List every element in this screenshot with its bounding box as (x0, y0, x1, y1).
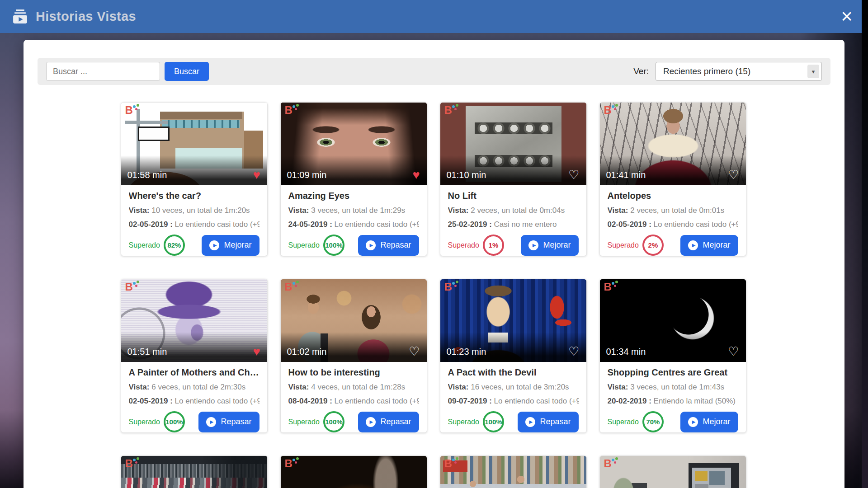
views-label: Vista: (129, 383, 150, 391)
score-label: Superado (448, 418, 479, 426)
story-thumbnail[interactable]: B (121, 456, 267, 488)
story-card[interactable]: B 01:23 min ♡ A Pact with the Devil Vist… (440, 279, 587, 433)
views-line: Vista: 6 veces, un total de 2m:30s (129, 383, 259, 392)
brand-watermark: B (604, 458, 612, 469)
story-thumbnail[interactable]: B (600, 456, 746, 488)
views-label: Vista: (288, 383, 309, 391)
action-button[interactable]: ▶ Mejorar (680, 235, 738, 256)
action-button[interactable]: ▶ Mejorar (521, 235, 578, 256)
header: Historias Vistas × (0, 0, 868, 33)
brand-watermark: B (285, 282, 292, 292)
view-select-value: Recientes primero (15) (663, 66, 750, 76)
date-line: 02-05-2019 : Lo entiendo casi todo (+90%… (129, 397, 259, 406)
close-button[interactable]: × (841, 6, 853, 26)
play-icon: ▶ (366, 240, 376, 250)
views-line: Vista: 3 veces, un total de 1m:29s (288, 206, 419, 215)
views-label: Vista: (608, 383, 628, 391)
story-thumbnail[interactable]: B (281, 456, 427, 488)
views-label: Vista: (448, 206, 469, 215)
story-card[interactable]: B 01:41 min ♡ Antelopes Vista: 2 veces, … (599, 102, 746, 256)
story-card[interactable]: B 01:58 min ♥ Where's the car? Vista: 10… (121, 102, 268, 256)
story-card[interactable]: B (440, 455, 587, 488)
action-button[interactable]: ▶ Mejorar (680, 412, 738, 432)
favorite-heart-icon[interactable]: ♥ (253, 169, 260, 180)
action-button-label: Repasar (380, 240, 411, 250)
thumbnail-overlay: 01:02 min ♡ (281, 332, 427, 362)
brand-watermark: B (444, 458, 452, 469)
card-footer: Superado 100% ▶ Repasar (288, 411, 419, 432)
story-thumbnail[interactable]: B 01:51 min ♥ (121, 279, 267, 362)
thumbnail-overlay: 01:58 min ♥ (121, 155, 267, 185)
favorite-heart-icon[interactable]: ♥ (253, 346, 260, 357)
date-label: 09-07-2019 : (448, 397, 492, 405)
view-label: Ver: (633, 66, 649, 76)
duration-label: 01:09 min (287, 170, 327, 180)
play-icon: ▶ (206, 417, 216, 427)
date-line: 02-05-2019 : Lo entiendo casi todo (+90%… (608, 220, 738, 229)
action-button-label: Repasar (540, 417, 571, 427)
action-button[interactable]: ▶ Repasar (358, 235, 419, 256)
play-icon: ▶ (366, 417, 376, 427)
story-card[interactable]: B 01:51 min ♥ A Painter of Mothers and C… (121, 279, 268, 433)
action-button[interactable]: ▶ Repasar (358, 412, 419, 432)
action-button[interactable]: ▶ Repasar (518, 412, 578, 432)
story-card[interactable]: B (121, 455, 268, 488)
stories-panel: Buscar Ver: Recientes primero (15) ▾ B 0… (24, 40, 844, 488)
story-thumbnail[interactable]: B 01:41 min ♡ (600, 103, 746, 185)
brand-watermark: B (125, 282, 133, 292)
story-thumbnail[interactable]: B (440, 456, 586, 488)
views-line: Vista: 3 veces, un total de 1m:43s (608, 383, 738, 392)
background-edge (862, 0, 868, 488)
views-line: Vista: 2 veces, un total de 0m:01s (608, 206, 738, 215)
score-circle: 70% (642, 411, 664, 432)
views-value: 3 veces, un total de 1m:29s (311, 206, 405, 215)
score-label: Superado (288, 241, 320, 249)
score-label: Superado (129, 418, 160, 426)
comprehension-note: Entiendo la mitad (50%) aprox (654, 397, 738, 405)
story-card-body: A Painter of Mothers and Children Vista:… (121, 362, 267, 432)
story-card[interactable]: B 01:34 min ♡ Shopping Centres are Great… (599, 279, 746, 433)
views-value: 10 veces, un total de 1m:20s (151, 206, 250, 215)
action-button[interactable]: ▶ Repasar (198, 412, 259, 432)
date-label: 25-02-2019 : (448, 220, 492, 229)
story-card[interactable]: B 01:09 min ♥ Amazing Eyes Vista: 3 vece… (280, 102, 427, 256)
score-group: Superado 2% (608, 235, 664, 256)
play-icon: ▶ (688, 240, 698, 250)
duration-label: 01:02 min (287, 347, 327, 357)
date-line: 20-02-2019 : Entiendo la mitad (50%) apr… (608, 397, 738, 406)
story-card[interactable]: B 01:10 min ♡ No Lift Vista: 2 veces, un… (440, 102, 587, 256)
story-card[interactable]: B (280, 455, 427, 488)
search-button[interactable]: Buscar (165, 62, 209, 81)
date-label: 08-04-2019 : (288, 397, 332, 405)
story-title: No Lift (448, 191, 579, 201)
story-card[interactable]: B 01:02 min ♡ How to be interesting Vist… (280, 279, 427, 433)
story-thumbnail[interactable]: B 01:09 min ♥ (281, 103, 427, 185)
story-thumbnail[interactable]: B 01:10 min ♡ (440, 103, 586, 185)
duration-label: 01:51 min (127, 347, 167, 357)
date-label: 02-05-2019 : (608, 220, 651, 229)
score-label: Superado (608, 241, 639, 249)
search-input[interactable] (46, 62, 160, 81)
thumbnail-overlay: 01:34 min ♡ (600, 332, 746, 362)
date-line: 08-04-2019 : Lo entiendo casi todo (+90%… (288, 397, 419, 406)
thumbnail-overlay: 01:23 min ♡ (440, 332, 586, 362)
play-icon: ▶ (525, 417, 535, 427)
story-thumbnail[interactable]: B 01:58 min ♥ (121, 103, 267, 185)
story-thumbnail[interactable]: B 01:02 min ♡ (281, 279, 427, 362)
action-button[interactable]: ▶ Mejorar (202, 235, 259, 256)
favorite-heart-icon[interactable]: ♡ (568, 169, 579, 180)
brand-watermark: B (444, 282, 452, 292)
story-thumbnail[interactable]: B 01:23 min ♡ (440, 279, 586, 362)
favorite-heart-icon[interactable]: ♡ (568, 346, 579, 357)
favorite-heart-icon[interactable]: ♡ (409, 346, 420, 357)
view-select[interactable]: Recientes primero (15) ▾ (656, 62, 822, 81)
comprehension-note: Lo entiendo casi todo (+90%) (335, 220, 419, 229)
date-line: 09-07-2019 : Lo entiendo casi todo (+90%… (448, 397, 579, 406)
story-card[interactable]: B (599, 455, 746, 488)
story-card-body: How to be interesting Vista: 4 veces, un… (281, 362, 427, 432)
favorite-heart-icon[interactable]: ♡ (728, 346, 739, 357)
date-label: 02-05-2019 : (129, 397, 173, 405)
favorite-heart-icon[interactable]: ♥ (412, 169, 420, 180)
favorite-heart-icon[interactable]: ♡ (728, 169, 739, 180)
story-thumbnail[interactable]: B 01:34 min ♡ (600, 279, 746, 362)
